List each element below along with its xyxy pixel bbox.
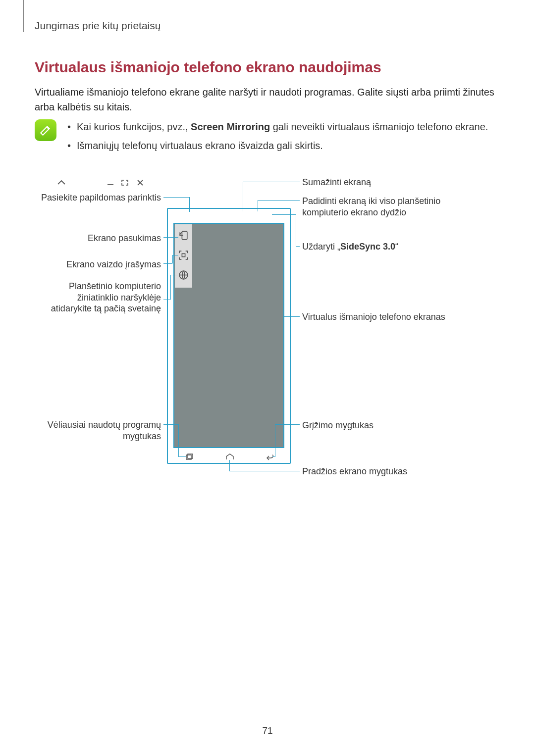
note-1-pre: Kai kurios funkcijos, pvz.,	[77, 121, 191, 132]
callout-back-btn: Grįžimo mygtukas	[302, 420, 446, 431]
note-1-text: Kai kurios funkcijos, pvz., Screen Mirro…	[77, 119, 488, 134]
leader-line	[163, 263, 172, 264]
document-page: Jungimas prie kitų prietaisų Virtualaus …	[0, 0, 535, 756]
home-icon	[225, 454, 234, 460]
capture-icon	[177, 249, 190, 261]
globe-icon	[177, 269, 190, 281]
callout-virtual-screen: Virtualus išmaniojo telefono ekranas	[302, 311, 446, 323]
bullet-dot: •	[67, 138, 71, 153]
diagram: Pasiekite papildomas parinktis Ekrano pa…	[35, 177, 500, 494]
note-1-bold: Screen Mirroring	[191, 121, 270, 132]
leader-line	[243, 182, 300, 182]
page-number: 71	[0, 725, 535, 736]
callout-open-same-site: Planšetinio kompiuterio žiniatinklio nar…	[37, 281, 161, 314]
leader-line	[178, 424, 179, 456]
leader-line	[272, 214, 296, 215]
leader-line	[243, 182, 243, 211]
leader-line	[163, 424, 178, 425]
callout-rotate: Ekrano pasukimas	[37, 233, 161, 244]
rotate-icon	[177, 229, 190, 242]
note-block: • Kai kurios funkcijos, pvz., Screen Mir…	[35, 119, 500, 157]
note-bullet-1: • Kai kurios funkcijos, pvz., Screen Mir…	[66, 119, 488, 134]
intro-paragraph: Virtualiame išmaniojo telefono ekrane ga…	[35, 85, 500, 114]
header-rule	[23, 0, 24, 32]
leader-line	[296, 214, 296, 246]
leader-line	[163, 197, 189, 198]
callout-maximize: Padidinti ekraną iki viso planšetinio ko…	[302, 196, 446, 218]
callout-close-bold: SideSync 3.0	[340, 242, 395, 252]
note-icon	[35, 119, 56, 141]
leader-line	[178, 456, 186, 457]
svg-rect-4	[182, 253, 185, 256]
note-bullet-2: • Išmaniųjų telefonų virtualaus ekrano i…	[66, 138, 488, 153]
leader-line	[275, 424, 300, 425]
callout-home-btn: Pradžios ekrano mygtukas	[302, 466, 446, 477]
leader-line	[258, 200, 300, 201]
leader-line	[163, 300, 170, 300]
note-list: • Kai kurios funkcijos, pvz., Screen Mir…	[66, 119, 488, 157]
callout-close-post: “	[395, 242, 398, 252]
leader-line	[229, 460, 230, 471]
leader-line	[189, 197, 190, 212]
leader-line	[272, 456, 275, 457]
callout-minimize: Sumažinti ekraną	[302, 177, 446, 188]
note-2-text: Išmaniųjų telefonų virtualaus ekrano išv…	[77, 138, 323, 153]
bullet-dot: •	[67, 119, 71, 134]
leader-line	[172, 255, 173, 263]
callout-recent-apps-btn: Vėliausiai naudotų programų mygtukas	[37, 419, 161, 442]
chevron-up-icon	[57, 179, 66, 188]
leader-line	[284, 316, 300, 317]
close-icon	[136, 179, 144, 188]
leader-line	[258, 200, 258, 211]
callout-close-sidesync: Uždaryti „SideSync 3.0“	[302, 241, 446, 252]
leader-line	[229, 471, 300, 471]
callout-more-options: Pasiekite papildomas parinktis	[37, 192, 161, 203]
page-title: Virtualaus išmaniojo telefono ekrano nau…	[35, 59, 500, 76]
leader-line	[296, 246, 300, 247]
leader-line	[170, 275, 171, 300]
leader-line	[163, 237, 178, 238]
callout-close-pre: Uždaryti „	[302, 242, 340, 252]
section-header: Jungimas prie kitų prietaisų	[35, 20, 500, 32]
recent-apps-icon	[185, 454, 194, 460]
maximize-icon	[121, 179, 129, 188]
leader-line	[170, 275, 178, 275]
minimize-icon	[107, 179, 114, 188]
pencil-note-icon	[39, 124, 52, 137]
leader-line	[172, 255, 178, 255]
note-1-post: gali neveikti virtualaus išmaniojo telef…	[270, 121, 488, 132]
leader-line	[275, 424, 275, 456]
callout-capture: Ekrano vaizdo įrašymas	[37, 259, 161, 270]
back-icon	[266, 454, 274, 460]
